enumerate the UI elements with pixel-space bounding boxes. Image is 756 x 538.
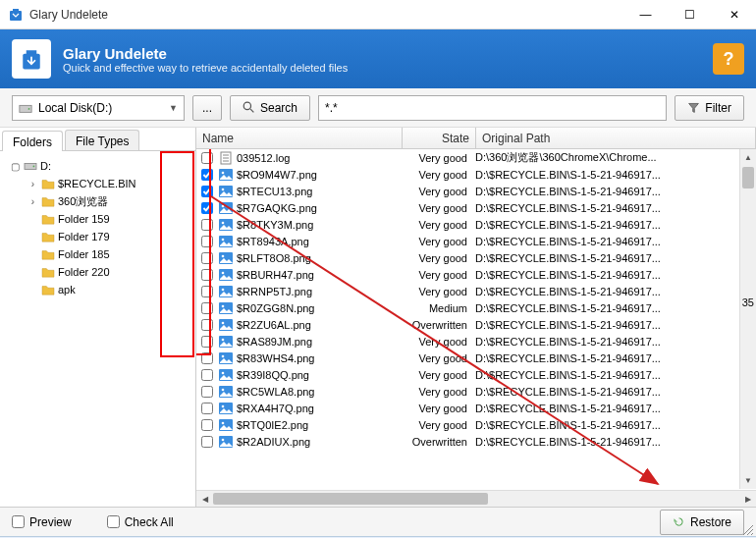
row-checkbox[interactable] [196,403,218,414]
tab-folders[interactable]: Folders [2,131,63,151]
row-checkbox[interactable] [196,286,218,297]
file-name: $RC5WLA8.png [237,386,402,398]
expand-icon[interactable]: › [27,179,38,189]
check-all-checkbox[interactable]: Check All [107,515,174,529]
file-path: D:\$RECYCLE.BIN\S-1-5-21-946917... [475,319,756,331]
tree-node[interactable]: ›$RECYCLE.BIN [4,175,191,192]
tree-node[interactable]: Folder 220 [4,263,191,281]
filter-button[interactable]: Filter [675,95,744,121]
file-rows[interactable]: 039512.logVery goodD:\360浏览器\360ChromeX\… [196,149,756,490]
file-name: $RTQ0IE2.png [237,419,402,431]
svg-point-41 [222,388,225,391]
titlebar: Glary Undelete — ☐ ✕ [0,0,756,29]
close-button[interactable]: ✕ [712,0,756,29]
row-checkbox[interactable] [196,169,218,181]
restore-button[interactable]: Restore [660,510,744,535]
file-row[interactable]: $RTECU13.pngVery goodD:\$RECYCLE.BIN\S-1… [196,183,756,199]
row-checkbox[interactable] [196,419,218,431]
scroll-thumb[interactable] [742,167,754,188]
expand-icon[interactable]: ▢ [10,161,21,172]
file-path: D:\$RECYCLE.BIN\S-1-5-21-946917... [475,419,756,431]
row-checkbox[interactable] [196,352,218,364]
horizontal-scrollbar[interactable]: ◀ ▶ [196,490,756,507]
row-checkbox[interactable] [196,369,218,381]
row-checkbox[interactable] [196,152,218,164]
col-path[interactable]: Original Path [476,128,756,148]
scroll-down-icon[interactable]: ▼ [740,472,756,489]
scroll-right-icon[interactable]: ▶ [739,491,756,507]
file-state: Very good [402,386,475,398]
tree-label: D: [40,160,51,172]
file-row[interactable]: $R83WHS4.pngVery goodD:\$RECYCLE.BIN\S-1… [196,350,756,366]
row-checkbox[interactable] [196,202,218,214]
scroll-up-icon[interactable]: ▲ [740,149,756,166]
row-checkbox[interactable] [196,336,218,348]
file-row[interactable]: $R39I8QQ.pngVery goodD:\$RECYCLE.BIN\S-1… [196,366,756,383]
row-checkbox[interactable] [196,319,218,331]
col-name[interactable]: Name [196,128,403,148]
file-name: $R2ADIUX.png [237,436,402,448]
file-row[interactable]: $RLFT8O8.pngVery goodD:\$RECYCLE.BIN\S-1… [196,249,756,266]
col-state[interactable]: State [403,128,476,148]
resize-grip-icon[interactable] [742,524,754,536]
tab-file-types[interactable]: File Types [65,130,139,150]
file-row[interactable]: $R8TKY3M.pngVery goodD:\$RECYCLE.BIN\S-1… [196,216,756,233]
file-state: Overwritten [402,319,475,331]
scroll-left-icon[interactable]: ◀ [196,491,213,507]
header-subtitle: Quick and effective way to retrieve acci… [63,62,348,74]
file-row[interactable]: $RC5WLA8.pngVery goodD:\$RECYCLE.BIN\S-1… [196,383,756,400]
file-row[interactable]: $RO9M4W7.pngVery goodD:\$RECYCLE.BIN\S-1… [196,166,756,183]
scroll-thumb[interactable] [213,493,488,505]
file-row[interactable]: $RT8943A.pngVery goodD:\$RECYCLE.BIN\S-1… [196,233,756,249]
file-row[interactable]: 039512.logVery goodD:\360浏览器\360ChromeX\… [196,149,756,166]
file-row[interactable]: $RBURH47.pngVery goodD:\$RECYCLE.BIN\S-1… [196,266,756,283]
file-row[interactable]: $RAS89JM.pngVery goodD:\$RECYCLE.BIN\S-1… [196,333,756,350]
file-row[interactable]: $RXA4H7Q.pngVery goodD:\$RECYCLE.BIN\S-1… [196,400,756,416]
vertical-scrollbar[interactable]: ▲ ▼ [739,149,756,489]
tree-node[interactable]: apk [4,281,191,298]
file-name: $RT8943A.png [237,236,402,247]
row-checkbox[interactable] [196,219,218,231]
expand-icon[interactable]: › [27,196,38,207]
file-name: $RAS89JM.png [237,336,402,348]
minimize-button[interactable]: — [623,0,668,29]
svg-point-5 [28,108,30,110]
file-row[interactable]: $R7GAQKG.pngVery goodD:\$RECYCLE.BIN\S-1… [196,199,756,216]
column-headers: Name State Original Path [196,128,756,149]
row-checkbox[interactable] [196,302,218,314]
file-name: $RBURH47.png [237,269,402,281]
browse-button[interactable]: ... [192,95,222,121]
app-icon [8,7,24,23]
preview-checkbox[interactable]: Preview [12,515,72,529]
row-checkbox[interactable] [196,269,218,281]
tree-node[interactable]: Folder 179 [4,228,191,245]
file-icon [218,385,234,399]
tree-label: Folder 159 [58,213,110,225]
file-row[interactable]: $R2ZU6AL.pngOverwrittenD:\$RECYCLE.BIN\S… [196,316,756,333]
row-checkbox[interactable] [196,236,218,247]
maximize-button[interactable]: ☐ [668,0,712,29]
svg-rect-3 [27,50,37,54]
drive-select[interactable]: Local Disk(D:) ▼ [12,95,185,121]
file-row[interactable]: $R0ZGG8N.pngMediumD:\$RECYCLE.BIN\S-1-5-… [196,299,756,316]
row-checkbox[interactable] [196,186,218,197]
file-row[interactable]: $RRNP5TJ.pngVery goodD:\$RECYCLE.BIN\S-1… [196,283,756,299]
tree-node[interactable]: Folder 159 [4,210,191,228]
file-name: $R7GAQKG.png [237,202,402,214]
file-row[interactable]: $RTQ0IE2.pngVery goodD:\$RECYCLE.BIN\S-1… [196,416,756,433]
file-path: D:\$RECYCLE.BIN\S-1-5-21-946917... [475,302,756,314]
filter-pattern-input[interactable]: *.* [318,95,667,121]
row-checkbox[interactable] [196,386,218,398]
folder-tree[interactable]: ▢D:›$RECYCLE.BIN›360浏览器Folder 159Folder … [0,151,195,507]
help-button[interactable]: ? [713,43,744,75]
row-checkbox[interactable] [196,252,218,264]
file-name: $R8TKY3M.png [237,219,402,231]
row-checkbox[interactable] [196,436,218,448]
tree-node[interactable]: ›360浏览器 [4,192,191,210]
tree-node[interactable]: Folder 185 [4,245,191,263]
svg-point-6 [243,102,250,109]
app-logo [12,39,51,79]
tree-node[interactable]: ▢D: [4,157,191,175]
search-button[interactable]: Search [230,95,310,121]
file-row[interactable]: $R2ADIUX.pngOverwrittenD:\$RECYCLE.BIN\S… [196,433,756,450]
